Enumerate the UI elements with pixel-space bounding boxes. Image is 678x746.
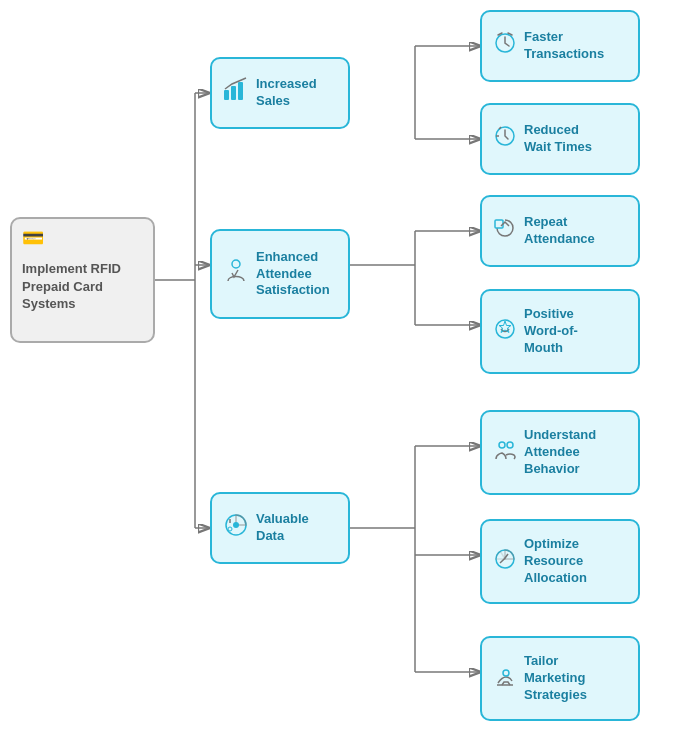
svg-point-29 [496,320,514,338]
attendee-label: EnhancedAttendeeSatisfaction [256,249,330,300]
repeat-label: RepeatAttendance [524,214,595,248]
tailor-label: TailorMarketingStrategies [524,653,587,704]
leaf-node-faster: FasterTransactions [480,10,640,82]
svg-point-21 [232,260,240,268]
svg-rect-20 [238,82,243,100]
optimize-icon [492,546,518,578]
faster-icon [492,30,518,62]
root-label: Implement RFID Prepaid Card Systems [22,260,143,313]
svg-rect-28 [495,220,503,228]
leaf-node-understand: UnderstandAttendeeBehavior [480,410,640,495]
leaf-node-repeat: RepeatAttendance [480,195,640,267]
diagram-container: 💳 Implement RFID Prepaid Card Systems In… [0,0,678,746]
repeat-icon [492,215,518,247]
svg-point-24 [228,527,232,531]
svg-point-23 [233,522,239,528]
root-icon: 💳 [22,227,44,250]
data-label: ValuableData [256,511,309,545]
mid-node-data: ValuableData [210,492,350,564]
positive-icon [492,316,518,348]
svg-point-31 [499,442,505,448]
svg-point-32 [507,442,513,448]
svg-rect-18 [224,90,229,100]
svg-rect-19 [231,86,236,100]
mid-node-sales: IncreasedSales [210,57,350,129]
understand-label: UnderstandAttendeeBehavior [524,427,596,478]
leaf-node-reduced: ReducedWait Times [480,103,640,175]
understand-icon [492,437,518,469]
svg-point-34 [503,670,509,676]
leaf-node-positive: PositiveWord-of-Mouth [480,289,640,374]
reduced-icon [492,123,518,155]
root-node: 💳 Implement RFID Prepaid Card Systems [10,217,155,343]
positive-label: PositiveWord-of-Mouth [524,306,578,357]
leaf-node-tailor: TailorMarketingStrategies [480,636,640,721]
leaf-node-optimize: OptimizeResourceAllocation [480,519,640,604]
data-icon [222,511,250,545]
tailor-icon [492,663,518,695]
mid-node-attendee: EnhancedAttendeeSatisfaction [210,229,350,319]
optimize-label: OptimizeResourceAllocation [524,536,587,587]
attendee-icon [222,257,250,291]
reduced-label: ReducedWait Times [524,122,592,156]
sales-label: IncreasedSales [256,76,317,110]
sales-icon [222,76,250,110]
faster-label: FasterTransactions [524,29,604,63]
